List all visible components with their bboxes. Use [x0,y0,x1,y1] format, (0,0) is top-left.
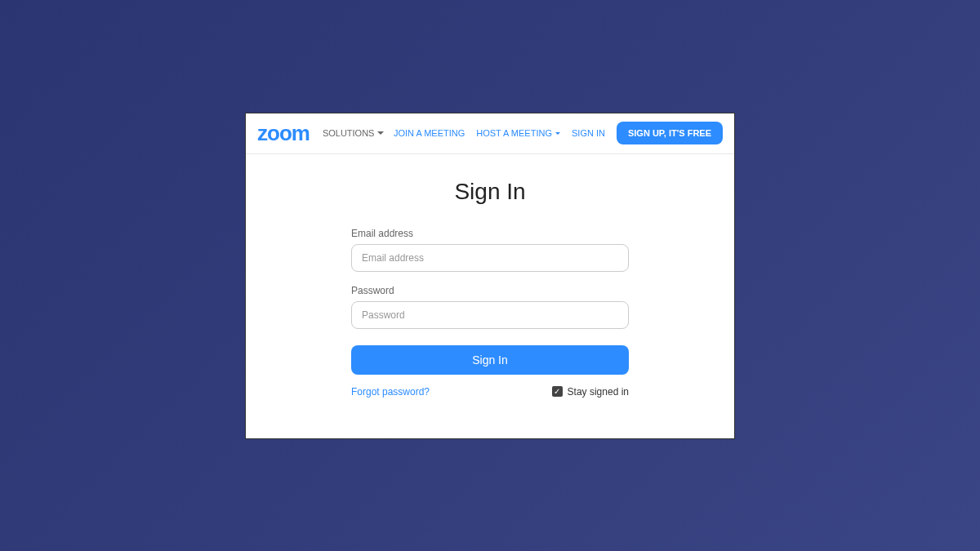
zoom-logo[interactable]: zoom [257,122,310,144]
host-meeting-label: HOST A MEETING [476,128,552,138]
password-input[interactable] [351,301,629,329]
chevron-down-icon [377,131,384,135]
stay-signed-label: Stay signed in [568,386,629,398]
stay-signed-in-group: ✓ Stay signed in [552,386,629,398]
forgot-password-link[interactable]: Forgot password? [351,386,430,398]
checkmark-icon: ✓ [554,388,560,396]
password-label: Password [351,285,629,296]
page-title: Sign In [454,179,525,205]
join-meeting-link[interactable]: JOIN A MEETING [394,128,465,138]
main-content: Sign In Email address Password Sign In F… [246,154,734,398]
logo-text: zoom [257,122,310,144]
solutions-label: SOLUTIONS [323,128,375,138]
join-meeting-label: JOIN A MEETING [394,128,465,138]
signin-form: Email address Password Sign In Forgot pa… [351,228,629,398]
stay-signed-checkbox[interactable]: ✓ [552,386,563,397]
header-bar: zoom SOLUTIONS JOIN A MEETING HOST A MEE… [246,113,734,154]
signin-button[interactable]: Sign In [351,345,629,375]
nav-links: JOIN A MEETING HOST A MEETING SIGN IN [394,128,605,138]
form-footer: Forgot password? ✓ Stay signed in [351,386,629,398]
email-input[interactable] [351,244,629,272]
app-window: zoom SOLUTIONS JOIN A MEETING HOST A MEE… [245,113,735,439]
sign-in-link[interactable]: SIGN IN [572,128,605,138]
sign-in-nav-label: SIGN IN [572,128,605,138]
solutions-dropdown[interactable]: SOLUTIONS [323,128,385,138]
host-meeting-dropdown[interactable]: HOST A MEETING [476,128,560,138]
chevron-down-icon [555,132,560,135]
email-label: Email address [351,228,629,239]
signup-button[interactable]: SIGN UP, IT'S FREE [617,122,723,144]
